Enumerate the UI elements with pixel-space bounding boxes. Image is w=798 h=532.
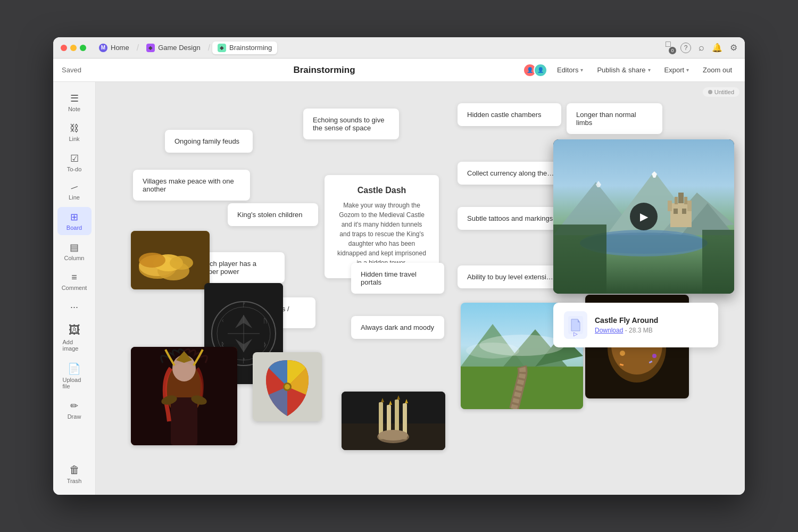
svg-rect-23 [171,397,197,445]
separator: / [137,43,139,53]
svg-rect-72 [668,201,672,211]
download-link[interactable]: Download [595,327,623,334]
image-hands-arrows [342,392,445,450]
svg-point-40 [378,430,408,440]
sidebar-item-note[interactable]: ☰ Note [57,88,92,117]
card-echoing[interactable]: Echoing sounds to give the sense of spac… [303,109,399,139]
sidebar-item-comment[interactable]: ≡ Comment [57,268,92,295]
image-coins [131,231,210,289]
card-ability[interactable]: Ability to buy level extensio... [458,265,564,288]
note-icon: ☰ [70,93,79,104]
sidebar-item-link[interactable]: ⛓ Link [57,119,92,146]
titlebar-icons: □0 ? ⌕ 🔔 ⚙ [666,39,737,56]
file-download-row: Download - 28.3 MB [595,327,658,334]
settings-icon[interactable]: ⚙ [730,43,737,53]
upload-icon: 📄 [68,362,81,375]
help-icon[interactable]: ? [680,43,691,53]
file-card[interactable]: ▷ Castle Fly Around Download - 28.3 MB [553,303,718,347]
export-button[interactable]: Export ▾ [660,63,694,77]
image-shield [253,352,322,421]
sidebar-line-label: Line [69,194,80,201]
svg-rect-73 [687,201,692,211]
game-design-icon: ◆ [146,44,155,52]
card-villages[interactable]: Villages make peace with one another [133,170,250,201]
tab-home[interactable]: M Home [94,41,135,54]
sidebar-trash-label: Trash [67,478,82,484]
file-size: - 28.3 MB [625,327,653,334]
svg-rect-75 [684,197,687,204]
sidebar-item-draw[interactable]: ✏ Draw [57,396,92,424]
video-card[interactable]: ▶ [553,139,734,294]
line-icon: / [70,184,79,192]
tab-brainstorming-label: Brainstorming [229,44,272,52]
app-window: M Home / ◆ Game Design / ◆ Brainstorming… [53,37,745,495]
column-icon: ▤ [70,242,79,253]
file-info: Castle Fly Around Download - 28.3 MB [595,316,658,334]
tab-brainstorming[interactable]: ◆ Brainstorming [212,41,277,54]
image-warrior [131,347,237,445]
card-subtle[interactable]: Subtle tattoos and markings [458,207,564,230]
file-name: Castle Fly Around [595,316,658,325]
sidebar-item-trash[interactable]: 🗑 Trash [57,460,92,488]
zoom-out-button[interactable]: Zoom out [699,63,736,77]
play-button[interactable]: ▶ [630,203,658,230]
device-icon[interactable]: □0 [666,39,673,56]
play-icon-small: ▷ [573,331,578,337]
editor-avatars: 👤 👤 [523,63,547,77]
file-icon-container: ▷ [564,311,587,339]
svg-rect-82 [702,230,734,294]
tabs-bar: M Home / ◆ Game Design / ◆ Brainstorming [94,41,666,54]
publish-chevron: ▾ [648,67,651,73]
close-button[interactable] [61,45,67,51]
card-dark[interactable]: Always dark and moody [351,316,444,339]
bell-icon[interactable]: 🔔 [712,43,722,53]
castle-dash-title: Castle Dash [337,186,426,195]
card-ongoing[interactable]: Ongoing family feuds [165,130,253,153]
canvas[interactable]: Untitled Echoing sounds to give the sens… [96,82,745,495]
sidebar-item-upload[interactable]: 📄 Upload file [57,358,92,394]
sidebar-item-todo[interactable]: ☑ To-do [57,148,92,177]
device-badge: 0 [669,47,676,54]
card-hidden-castle[interactable]: Hidden castle chambers [458,103,561,126]
svg-rect-76 [678,193,684,203]
editors-chevron: ▾ [580,67,583,73]
titlebar: M Home / ◆ Game Design / ◆ Brainstorming… [53,37,745,59]
svg-point-28 [285,384,290,389]
svg-rect-78 [682,209,686,214]
editors-button[interactable]: Editors ▾ [553,63,587,77]
card-collect[interactable]: Collect currency along the w... [458,162,564,185]
svg-point-5 [139,253,165,268]
sidebar-draw-label: Draw [68,413,81,420]
todo-icon: ☑ [70,153,79,164]
tab-game-design[interactable]: ◆ Game Design [141,41,205,54]
tab-home-label: Home [111,44,129,52]
svg-text:ᚠ: ᚠ [242,301,246,309]
sidebar-item-column[interactable]: ▤ Column [57,237,92,265]
svg-point-56 [652,354,656,358]
sidebar-item-board[interactable]: ⊞ Board [57,207,92,235]
link-icon: ⛓ [70,123,79,134]
add-image-icon: 🖼 [69,323,80,337]
svg-rect-77 [674,209,678,214]
publish-button[interactable]: Publish & share ▾ [593,63,654,77]
search-icon[interactable]: ⌕ [699,42,704,53]
saved-label: Saved [62,66,81,74]
card-kings[interactable]: King's stolen children [228,203,318,226]
sidebar: ☰ Note ⛓ Link ☑ To-do / Line ⊞ Board ▤ C… [53,82,96,495]
sidebar-item-line[interactable]: / Line [57,179,92,205]
minimize-button[interactable] [70,45,77,51]
untitled-badge: Untitled [703,87,739,97]
card-longer[interactable]: Longer than normal limbs [567,103,662,134]
sidebar-todo-label: To-do [67,166,82,172]
svg-rect-74 [675,197,678,204]
avatar-2: 👤 [534,63,547,77]
sidebar-item-more[interactable]: ··· [57,297,92,317]
svg-rect-81 [553,225,606,294]
video-thumbnail: ▶ [553,139,734,294]
maximize-button[interactable] [80,45,86,51]
sidebar-board-label: Board [66,225,82,231]
card-hidden-time[interactable]: Hidden time travel portals [351,263,444,294]
saved-status: Saved [62,66,126,74]
more-icon: ··· [70,302,78,313]
sidebar-item-add-image[interactable]: 🖼 Add image [57,319,92,356]
